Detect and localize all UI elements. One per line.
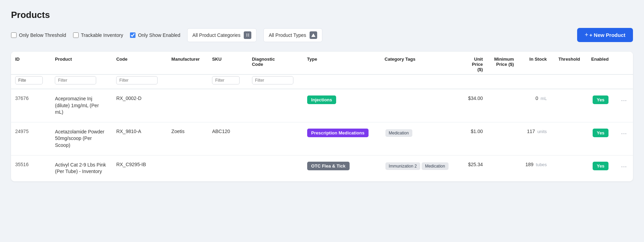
cell-type: OTC Flea & Tick (303, 155, 381, 181)
col-header-diagnostic: DiagnosticCode (248, 52, 303, 74)
table-header-row: ID Product Code Manufacturer SKU Diagnos… (11, 52, 633, 74)
new-product-label: + New Product (589, 32, 625, 38)
type-badge: Injections (307, 95, 336, 104)
cell-threshold (551, 122, 584, 155)
col-header-in-stock: In Stock (518, 52, 551, 74)
svg-point-1 (248, 34, 249, 35)
filter-product-cell (51, 74, 112, 89)
cell-code: RX_9810-A (112, 122, 167, 155)
cell-enabled: Yes (584, 155, 613, 181)
category-tag: Medication (422, 162, 449, 170)
only-below-threshold-checkbox[interactable] (11, 32, 17, 38)
cell-actions: ··· (613, 89, 633, 122)
type-badge: OTC Flea & Tick (307, 162, 350, 170)
cell-actions: ··· (613, 155, 633, 181)
svg-marker-4 (311, 33, 315, 37)
cell-in-stock: 189 tubes (518, 155, 551, 181)
table-body: 37676 Acepromazine Inj (dilute) 1mg/mL (… (11, 89, 633, 181)
enabled-badge: Yes (593, 162, 608, 170)
all-product-types-dropdown[interactable]: All Product Types (263, 28, 322, 42)
cell-enabled: Yes (584, 122, 613, 155)
col-header-category: Category Tags (381, 52, 462, 74)
category-tag: Immunization 2 (385, 162, 420, 170)
cell-diagnostic (248, 155, 303, 181)
cell-code: RX_C9295-IB (112, 155, 167, 181)
col-header-actions (613, 52, 633, 74)
table-filter-row (11, 74, 633, 89)
stock-unit: mL (541, 96, 547, 101)
toolbar: Only Below Threshold Trackable Inventory… (11, 28, 633, 42)
row-actions-button[interactable]: ··· (619, 129, 629, 138)
svg-point-2 (246, 36, 247, 37)
cell-sku (208, 155, 248, 181)
cell-type: Prescription Medications (303, 122, 381, 155)
filter-product-input[interactable] (55, 76, 96, 84)
only-show-enabled-checkbox[interactable] (130, 32, 135, 38)
col-header-unit-price: UnitPrice($) (461, 52, 487, 74)
filter-threshold-cell (551, 74, 584, 89)
only-below-threshold-label[interactable]: Only Below Threshold (11, 32, 66, 38)
all-product-categories-dropdown[interactable]: All Product Categories (187, 28, 256, 42)
all-product-categories-label: All Product Categories (192, 32, 240, 38)
col-header-code: Code (112, 52, 167, 74)
filter-code-cell (112, 74, 167, 89)
cell-enabled: Yes (584, 89, 613, 122)
filter-enabled-cell (584, 74, 613, 89)
cell-manufacturer (167, 155, 208, 181)
col-header-threshold: Threshold (551, 52, 584, 74)
cell-actions: ··· (613, 122, 633, 155)
cell-in-stock: 117 units (518, 122, 551, 155)
new-product-button[interactable]: + + New Product (577, 28, 633, 42)
types-dropdown-icon (310, 31, 317, 39)
col-header-type: Type (303, 52, 381, 74)
stock-unit: tubes (536, 162, 547, 167)
cell-category-tags: Medication (381, 122, 462, 155)
filter-type-cell (303, 74, 381, 89)
filter-diagnostic-input[interactable] (252, 76, 293, 84)
stock-value: 117 (527, 129, 535, 134)
cell-product: Activyl Cat 2-9 Lbs Pink (Per Tube) - In… (51, 155, 112, 181)
all-product-types-label: All Product Types (269, 32, 306, 38)
col-header-id: ID (11, 52, 51, 74)
table-row: 37676 Acepromazine Inj (dilute) 1mg/mL (… (11, 89, 633, 122)
enabled-badge: Yes (593, 129, 608, 137)
filter-price-cell (461, 74, 487, 89)
filter-id-input[interactable] (15, 76, 43, 84)
table-row: 24975 Acetazolamide Powder 50mg/scoop (P… (11, 122, 633, 155)
filter-minprice-cell (487, 74, 518, 89)
cell-unit-price: $1.00 (461, 122, 487, 155)
cell-id: 35516 (11, 155, 51, 181)
col-header-enabled: Enabled (584, 52, 613, 74)
page-title: Products (11, 10, 633, 20)
svg-point-3 (248, 36, 249, 37)
cell-type: Injections (303, 89, 381, 122)
col-header-sku: SKU (208, 52, 248, 74)
row-actions-button[interactable]: ··· (619, 162, 629, 171)
cell-id: 37676 (11, 89, 51, 122)
cell-threshold (551, 155, 584, 181)
only-below-threshold-text: Only Below Threshold (19, 32, 66, 38)
cell-diagnostic (248, 122, 303, 155)
col-header-product: Product (51, 52, 112, 74)
stock-value: 0 (535, 95, 538, 101)
trackable-inventory-label[interactable]: Trackable Inventory (73, 32, 123, 38)
col-header-manufacturer: Manufacturer (167, 52, 208, 74)
row-actions-button[interactable]: ··· (619, 95, 629, 105)
page-container: Products Only Below Threshold Trackable … (0, 0, 644, 242)
cell-category-tags (381, 89, 462, 122)
products-table: ID Product Code Manufacturer SKU Diagnos… (11, 52, 633, 181)
cell-sku: ABC120 (208, 122, 248, 155)
products-table-wrapper: ID Product Code Manufacturer SKU Diagnos… (11, 52, 633, 181)
cell-unit-price: $25.34 (461, 155, 487, 181)
cell-min-price (487, 89, 518, 122)
category-tag: Medication (385, 129, 412, 137)
cell-id: 24975 (11, 122, 51, 155)
filter-code-input[interactable] (116, 76, 158, 84)
filter-sku-input[interactable] (212, 76, 240, 84)
only-show-enabled-label[interactable]: Only Show Enabled (130, 32, 180, 38)
trackable-inventory-checkbox[interactable] (73, 32, 79, 38)
cell-threshold (551, 89, 584, 122)
cell-min-price (487, 122, 518, 155)
filter-manufacturer-cell (167, 74, 208, 89)
cell-in-stock: 0 mL (518, 89, 551, 122)
